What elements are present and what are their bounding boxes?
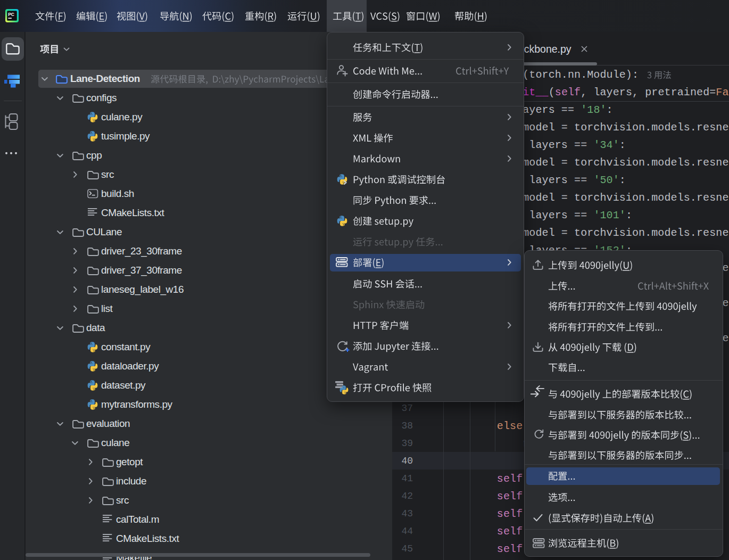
svg-text:PC: PC — [8, 12, 14, 17]
